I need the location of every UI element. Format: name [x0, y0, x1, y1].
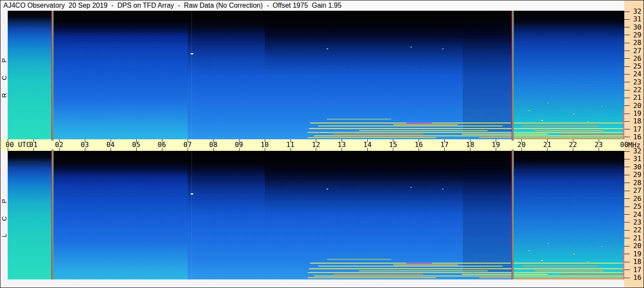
freq-tick: 25	[624, 204, 644, 210]
freq-tick-label: 24	[630, 71, 644, 77]
freq-tick: 31	[624, 156, 644, 162]
time-end-label: 00	[620, 141, 628, 148]
freq-tick: 31	[624, 16, 644, 22]
hour-label: 06	[158, 141, 166, 148]
spectrogram-lcp-image	[8, 151, 624, 279]
freq-tick: 21	[624, 235, 644, 241]
freq-tick-label: 29	[630, 32, 644, 38]
freq-tick-label: 26	[630, 56, 644, 62]
freq-tick-line	[624, 121, 630, 122]
hour-label: 22	[569, 141, 577, 148]
freq-tick-label: 19	[630, 251, 644, 257]
freq-tick-label: 20	[630, 103, 644, 109]
lcp-label: L C P	[0, 193, 8, 237]
spectrogram-lcp	[8, 151, 624, 279]
freq-tick: 25	[624, 63, 644, 69]
spectrograph-screen: AJ4CO Observatory 20 Sep 2019 - DPS on T…	[0, 0, 644, 288]
hour-label: 13	[338, 141, 346, 148]
freq-tick-line	[624, 66, 630, 67]
freq-tick-label: 27	[630, 48, 644, 54]
freq-tick-label: 20	[630, 243, 644, 249]
freq-tick-label: 21	[630, 95, 644, 101]
freq-tick: 16	[624, 275, 644, 281]
freq-tick: 29	[624, 32, 644, 38]
freq-tick-line	[624, 114, 630, 114]
freq-tick: 30	[624, 24, 644, 30]
time-start-label: 00 UTC	[6, 141, 30, 148]
freq-tick: 18	[624, 118, 644, 124]
freq-tick-line	[624, 230, 630, 231]
freq-tick: 32	[624, 148, 644, 154]
hour-label: 07	[183, 141, 192, 148]
freq-tick-line	[624, 246, 630, 246]
hour-label: 12	[312, 141, 320, 148]
freq-tick: 23	[624, 219, 644, 225]
freq-tick-label: 32	[630, 9, 644, 15]
freq-tick-line	[624, 214, 630, 215]
freq-tick: 24	[624, 71, 644, 77]
freq-tick-label: 16	[630, 275, 644, 281]
freq-tick: 17	[624, 267, 644, 273]
freq-tick-line	[624, 19, 630, 20]
freq-tick-label: 28	[630, 180, 644, 186]
freq-tick-line	[624, 129, 630, 129]
freq-tick-line	[624, 12, 630, 12]
freq-tick-label: 19	[630, 111, 644, 117]
hour-label: 02	[55, 141, 63, 148]
freq-tick-label: 28	[630, 40, 644, 46]
hour-label: 09	[235, 141, 243, 148]
freq-tick-line	[624, 74, 630, 75]
freq-tick: 28	[624, 40, 644, 46]
freq-tick: 29	[624, 172, 644, 178]
hour-label: 05	[132, 141, 140, 148]
freq-tick-line	[624, 278, 630, 278]
freq-tick-line	[624, 191, 630, 191]
freq-tick-line	[624, 254, 630, 254]
freq-tick-line	[624, 270, 630, 270]
freq-tick-label: 27	[630, 188, 644, 194]
freq-tick-label: 18	[630, 259, 644, 265]
freq-tick: 27	[624, 188, 644, 194]
freq-tick: 22	[624, 227, 644, 233]
freq-tick-line	[624, 27, 630, 27]
freq-tick: 20	[624, 243, 644, 249]
freq-tick-label: 17	[630, 267, 644, 273]
hour-label: 23	[594, 141, 602, 148]
freq-tick-line	[624, 105, 630, 106]
hour-label: 18	[466, 141, 474, 148]
hour-label: 04	[106, 141, 114, 148]
hour-label: 08	[209, 141, 217, 148]
freq-tick-line	[624, 183, 630, 183]
freq-tick: 22	[624, 87, 644, 93]
page-title: AJ4CO Observatory 20 Sep 2019 - DPS on T…	[0, 2, 341, 9]
freq-tick-label: 16	[630, 134, 644, 140]
freq-tick-label: 31	[630, 156, 644, 162]
marker-stub-icon	[513, 150, 514, 151]
freq-tick-line	[624, 175, 630, 175]
freq-tick: 26	[624, 196, 644, 202]
freq-tick-line	[624, 82, 630, 82]
freq-tick-label: 21	[630, 235, 644, 241]
freq-tick: 24	[624, 212, 644, 218]
freq-tick-line	[624, 51, 630, 51]
freq-tick-line	[624, 222, 630, 222]
freq-tick-label: 24	[630, 212, 644, 218]
freq-tick-line	[624, 238, 630, 238]
freq-tick-line	[624, 137, 630, 137]
freq-tick: 32	[624, 9, 644, 15]
rcp-label: R C P	[0, 52, 8, 97]
freq-tick-label: 26	[630, 196, 644, 202]
freq-tick-line	[624, 207, 630, 207]
hour-label: 20	[518, 141, 526, 148]
bottom-gap	[0, 279, 624, 288]
time-axis: 00 UTC 010203040506070809101112131415161…	[0, 139, 624, 151]
freq-tick: 27	[624, 48, 644, 54]
freq-tick: 19	[624, 111, 644, 117]
freq-tick-label: 31	[630, 16, 644, 22]
freq-tick: 16	[624, 134, 644, 140]
marker-stub-icon	[513, 139, 514, 141]
freq-tick-line	[624, 159, 630, 159]
freq-tick-label: 30	[630, 24, 644, 30]
freq-tick-label: 25	[630, 63, 644, 69]
freq-tick-line	[624, 90, 630, 90]
